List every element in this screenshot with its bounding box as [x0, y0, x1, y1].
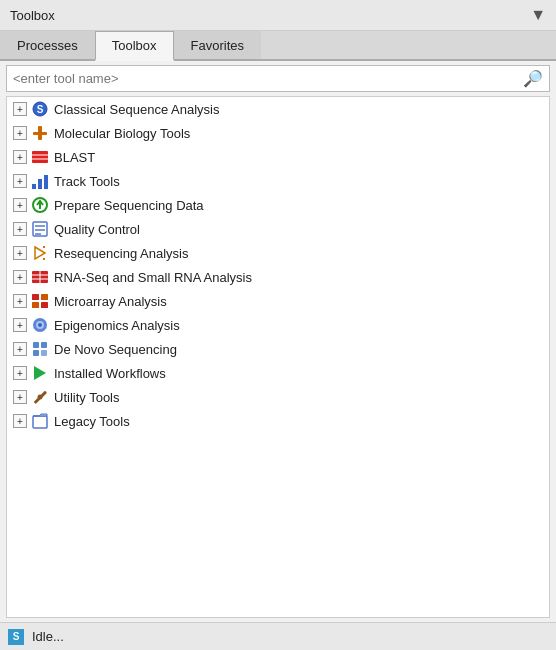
svg-rect-25: [32, 302, 39, 308]
label-legacy-tools: Legacy Tools: [54, 414, 130, 429]
tree-item-microarray-analysis[interactable]: +Microarray Analysis: [7, 289, 549, 313]
svg-rect-31: [41, 342, 47, 348]
icon-legacy-tools: [31, 412, 49, 430]
svg-rect-38: [33, 416, 47, 428]
expand-btn-rna-seq[interactable]: +: [13, 270, 27, 284]
expand-btn-blast[interactable]: +: [13, 150, 27, 164]
svg-rect-7: [32, 184, 36, 189]
expand-btn-resequencing-analysis[interactable]: +: [13, 246, 27, 260]
svg-rect-33: [41, 350, 47, 356]
search-input[interactable]: [13, 71, 523, 86]
tree-item-de-novo-sequencing[interactable]: +De Novo Sequencing: [7, 337, 549, 361]
tree-item-prepare-sequencing-data[interactable]: +Prepare Sequencing Data: [7, 193, 549, 217]
svg-marker-34: [34, 366, 46, 380]
tree-item-track-tools[interactable]: +Track Tools: [7, 169, 549, 193]
tree-item-legacy-tools[interactable]: +Legacy Tools: [7, 409, 549, 433]
svg-marker-16: [35, 247, 45, 259]
icon-microarray-analysis: [31, 292, 49, 310]
label-blast: BLAST: [54, 150, 95, 165]
icon-prepare-sequencing-data: [31, 196, 49, 214]
icon-resequencing-analysis: [31, 244, 49, 262]
icon-utility-tools: [31, 388, 49, 406]
status-text: Idle...: [32, 629, 64, 644]
tab-toolbox[interactable]: Toolbox: [95, 31, 174, 61]
svg-marker-39: [33, 414, 47, 416]
icon-molecular-biology-tools: [31, 124, 49, 142]
svg-rect-4: [32, 151, 48, 163]
label-classical-sequence-analysis: Classical Sequence Analysis: [54, 102, 219, 117]
svg-text:S: S: [37, 104, 44, 115]
svg-rect-9: [44, 175, 48, 189]
status-bar: S Idle...: [0, 622, 556, 650]
expand-btn-quality-control[interactable]: +: [13, 222, 27, 236]
label-epigenomics-analysis: Epigenomics Analysis: [54, 318, 180, 333]
svg-rect-8: [38, 179, 42, 189]
title-bar: Toolbox ▼: [0, 0, 556, 31]
tree-item-resequencing-analysis[interactable]: +Resequencing Analysis: [7, 241, 549, 265]
icon-quality-control: [31, 220, 49, 238]
icon-installed-workflows: [31, 364, 49, 382]
expand-btn-microarray-analysis[interactable]: +: [13, 294, 27, 308]
expand-btn-de-novo-sequencing[interactable]: +: [13, 342, 27, 356]
tree-item-utility-tools[interactable]: +Utility Tools: [7, 385, 549, 409]
expand-btn-molecular-biology-tools[interactable]: +: [13, 126, 27, 140]
search-icon[interactable]: 🔎: [523, 69, 543, 88]
svg-point-29: [38, 323, 42, 327]
tab-processes[interactable]: Processes: [0, 31, 95, 59]
tree-item-molecular-biology-tools[interactable]: +Molecular Biology Tools: [7, 121, 549, 145]
svg-rect-30: [33, 342, 39, 348]
expand-btn-prepare-sequencing-data[interactable]: +: [13, 198, 27, 212]
svg-point-37: [38, 395, 43, 400]
svg-rect-23: [32, 294, 39, 300]
tree-item-blast[interactable]: +BLAST: [7, 145, 549, 169]
expand-btn-installed-workflows[interactable]: +: [13, 366, 27, 380]
menu-icon[interactable]: ▼: [530, 6, 546, 24]
icon-de-novo-sequencing: [31, 340, 49, 358]
label-de-novo-sequencing: De Novo Sequencing: [54, 342, 177, 357]
icon-blast: [31, 148, 49, 166]
label-quality-control: Quality Control: [54, 222, 140, 237]
expand-btn-track-tools[interactable]: +: [13, 174, 27, 188]
icon-epigenomics-analysis: [31, 316, 49, 334]
tree-item-installed-workflows[interactable]: +Installed Workflows: [7, 361, 549, 385]
svg-rect-32: [33, 350, 39, 356]
icon-track-tools: [31, 172, 49, 190]
search-bar: 🔎: [6, 65, 550, 92]
tree-item-classical-sequence-analysis[interactable]: +SClassical Sequence Analysis: [7, 97, 549, 121]
label-molecular-biology-tools: Molecular Biology Tools: [54, 126, 190, 141]
expand-btn-utility-tools[interactable]: +: [13, 390, 27, 404]
label-resequencing-analysis: Resequencing Analysis: [54, 246, 188, 261]
label-utility-tools: Utility Tools: [54, 390, 120, 405]
toolbox-tree: +SClassical Sequence Analysis+Molecular …: [6, 96, 550, 618]
window-title: Toolbox: [10, 8, 55, 23]
svg-rect-24: [41, 294, 48, 300]
svg-rect-3: [38, 126, 42, 140]
icon-classical-sequence-analysis: S: [31, 100, 49, 118]
label-microarray-analysis: Microarray Analysis: [54, 294, 167, 309]
tree-item-quality-control[interactable]: +Quality Control: [7, 217, 549, 241]
icon-rna-seq: [31, 268, 49, 286]
status-indicator: S: [8, 629, 24, 645]
label-prepare-sequencing-data: Prepare Sequencing Data: [54, 198, 204, 213]
tab-favorites[interactable]: Favorites: [174, 31, 261, 59]
svg-rect-26: [41, 302, 48, 308]
tree-item-epigenomics-analysis[interactable]: +Epigenomics Analysis: [7, 313, 549, 337]
expand-btn-epigenomics-analysis[interactable]: +: [13, 318, 27, 332]
tree-item-rna-seq[interactable]: +RNA-Seq and Small RNA Analysis: [7, 265, 549, 289]
expand-btn-legacy-tools[interactable]: +: [13, 414, 27, 428]
label-track-tools: Track Tools: [54, 174, 120, 189]
expand-btn-classical-sequence-analysis[interactable]: +: [13, 102, 27, 116]
tab-bar: Processes Toolbox Favorites: [0, 31, 556, 61]
label-rna-seq: RNA-Seq and Small RNA Analysis: [54, 270, 252, 285]
label-installed-workflows: Installed Workflows: [54, 366, 166, 381]
